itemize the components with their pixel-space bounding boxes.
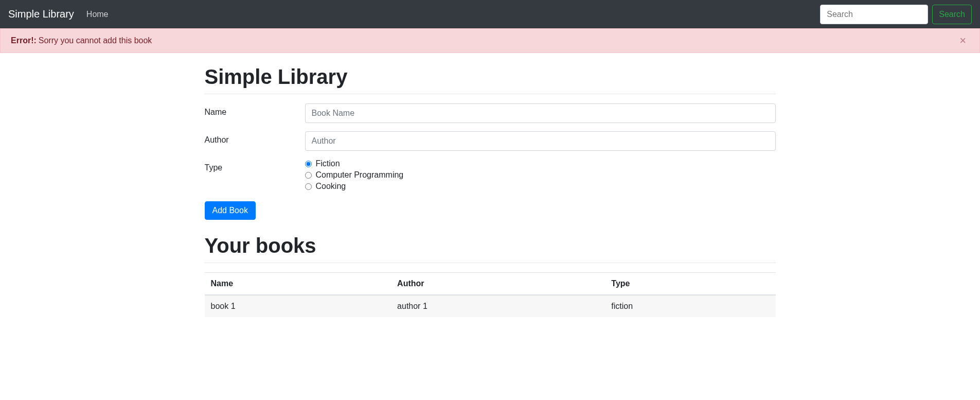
navbar-brand[interactable]: Simple Library xyxy=(8,8,74,20)
author-label: Author xyxy=(205,131,305,145)
cell-type: fiction xyxy=(605,295,775,317)
author-input[interactable] xyxy=(305,131,776,151)
book-name-input[interactable] xyxy=(305,103,776,123)
search-button[interactable]: Search xyxy=(932,5,972,24)
col-header-author: Author xyxy=(391,273,605,295)
col-header-name: Name xyxy=(205,273,391,295)
title-divider xyxy=(205,94,776,94)
type-radio-fiction[interactable] xyxy=(305,161,312,167)
add-book-button[interactable]: Add Book xyxy=(205,201,256,220)
table-header-row: Name Author Type xyxy=(205,273,776,295)
type-label: Type xyxy=(205,159,305,172)
navbar: Simple Library Home Search xyxy=(0,0,980,28)
search-input[interactable] xyxy=(820,5,928,24)
col-header-type: Type xyxy=(605,273,775,295)
alert-message: Sorry you cannot add this book xyxy=(39,36,152,45)
cell-author: author 1 xyxy=(391,295,605,317)
alert-strong: Error!: xyxy=(11,36,37,45)
table-row: book 1 author 1 fiction xyxy=(205,295,776,317)
error-alert: Error!: Sorry you cannot add this book × xyxy=(0,28,980,53)
main-container: Simple Library Name Author Type Fiction xyxy=(197,65,783,317)
section-divider xyxy=(205,263,776,263)
alert-close-button[interactable]: × xyxy=(956,35,969,46)
type-radio-computer-programming[interactable] xyxy=(305,172,312,179)
add-book-form: Name Author Type Fiction Computer Progra… xyxy=(205,103,776,220)
type-radio-cooking[interactable] xyxy=(305,183,312,190)
page-title: Simple Library xyxy=(205,65,776,94)
type-option-label: Computer Programming xyxy=(316,170,404,180)
close-icon: × xyxy=(959,34,966,47)
books-table: Name Author Type book 1 author 1 fiction xyxy=(205,272,776,317)
nav-home-link[interactable]: Home xyxy=(86,10,109,19)
navbar-right: Search xyxy=(820,5,972,24)
type-option-label: Cooking xyxy=(316,182,346,191)
type-option-label: Fiction xyxy=(316,159,340,168)
section-title: Your books xyxy=(205,234,776,263)
name-label: Name xyxy=(205,103,305,117)
cell-name: book 1 xyxy=(205,295,391,317)
